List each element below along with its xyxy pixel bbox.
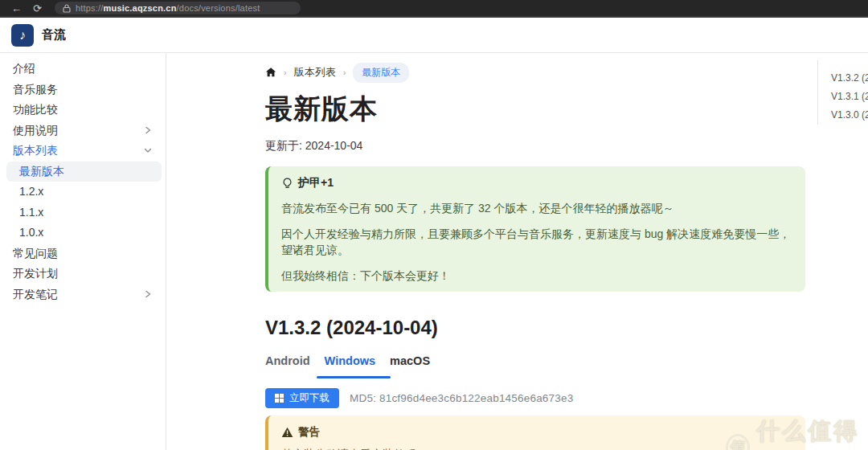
back-icon[interactable]: ← (11, 3, 22, 14)
toc-outline: V1.3.2 (20 V1.3.1 (20 V1.3.0 (20 (817, 60, 868, 125)
sidebar-item-dev-notes[interactable]: 开发笔记 (0, 284, 166, 305)
sidebar-item-1-2-x[interactable]: 1.2.x (0, 182, 166, 202)
toc-item-v131[interactable]: V1.3.1 (20 (831, 88, 868, 106)
chevron-right-icon (143, 125, 153, 135)
app-body: 介绍 音乐服务 功能比较 使用说明 版本列表 最新版本 1.2.x 1.1.x … (0, 53, 868, 450)
music-note-icon: ♪ (19, 28, 26, 43)
home-icon[interactable] (265, 67, 276, 78)
breadcrumb-separator: › (343, 68, 346, 77)
sidebar-item-usage-guide[interactable]: 使用说明 (0, 121, 166, 141)
breadcrumb-version-list[interactable]: 版本列表 (294, 65, 336, 80)
sidebar-item-music-services[interactable]: 音乐服务 (0, 80, 166, 100)
toc-item-v132[interactable]: V1.3.2 (20 (831, 69, 868, 88)
warning-title: 警告 (298, 425, 320, 440)
sidebar-item-1-1-x[interactable]: 1.1.x (0, 202, 166, 223)
breadcrumb: › 版本列表 › 最新版本 (265, 63, 805, 81)
tip-line: 音流发布至今已有 500 天了，共更新了 32 个版本，还是个很年轻的播放器呢～ (281, 200, 792, 216)
tip-title: 护甲+1 (298, 176, 334, 190)
sidebar-item-intro[interactable]: 介绍 (0, 59, 166, 80)
tab-android[interactable]: Android (265, 353, 317, 378)
platform-tabs: Android Windows macOS (265, 353, 805, 378)
lightbulb-icon (281, 178, 293, 190)
main-content: › 版本列表 › 最新版本 最新版本 更新于: 2024-10-04 护甲+1 … (265, 53, 805, 450)
site-header: ♪ 音流 (0, 18, 868, 53)
tab-windows[interactable]: Windows (317, 353, 383, 378)
sidebar-item-feature-compare[interactable]: 功能比较 (0, 100, 166, 121)
url-text: https://music.aqzscn.cn/docs/versions/la… (76, 3, 260, 13)
sidebar-item-dev-plan[interactable]: 开发计划 (0, 264, 166, 284)
md5-hash: MD5: 81cf96d4ee3c6b122eab1456e6a673e3 (350, 392, 573, 404)
windows-icon (275, 394, 284, 403)
browser-toolbar: ← ⟳ https://music.aqzscn.cn/docs/version… (0, 0, 868, 18)
tab-macos[interactable]: macOS (383, 353, 437, 378)
updated-date: 更新于: 2024-10-04 (265, 139, 805, 153)
tip-callout: 护甲+1 音流发布至今已有 500 天了，共更新了 32 个版本，还是个很年轻的… (265, 166, 805, 292)
warning-callout: 警告 若安装失败请查看安装教程 (265, 415, 805, 450)
tip-line: 但我始终相信：下个版本会更好！ (281, 268, 792, 284)
breadcrumb-separator: › (284, 68, 287, 77)
app-logo[interactable]: ♪ (11, 24, 34, 47)
address-bar[interactable]: https://music.aqzscn.cn/docs/versions/la… (55, 2, 301, 14)
toc-item-v130[interactable]: V1.3.0 (20 (831, 106, 868, 125)
tip-line: 因个人开发经验与精力所限，且要兼顾多个平台与音乐服务，更新速度与 bug 解决速… (281, 226, 792, 258)
page-title: 最新版本 (265, 91, 805, 126)
download-button-label: 立即下载 (289, 391, 330, 405)
chevron-down-icon (143, 145, 153, 155)
download-row: 立即下载 MD5: 81cf96d4ee3c6b122eab1456e6a673… (265, 388, 805, 408)
warning-triangle-icon (281, 427, 293, 438)
release-heading: V1.3.2 (2024-10-04) (265, 316, 805, 340)
sidebar-item-1-0-x[interactable]: 1.0.x (0, 223, 166, 243)
breadcrumb-current: 最新版本 (353, 63, 409, 83)
download-button[interactable]: 立即下载 (265, 388, 339, 408)
app-name: 音流 (42, 27, 66, 43)
sidebar-item-version-list[interactable]: 版本列表 (0, 141, 166, 162)
sidebar-nav: 介绍 音乐服务 功能比较 使用说明 版本列表 最新版本 1.2.x 1.1.x … (0, 53, 166, 450)
chevron-right-icon (143, 289, 153, 299)
sidebar-item-faq[interactable]: 常见问题 (0, 243, 166, 264)
sidebar-item-latest-version[interactable]: 最新版本 (6, 162, 162, 182)
refresh-icon[interactable]: ⟳ (33, 3, 42, 14)
lock-icon (63, 4, 71, 13)
